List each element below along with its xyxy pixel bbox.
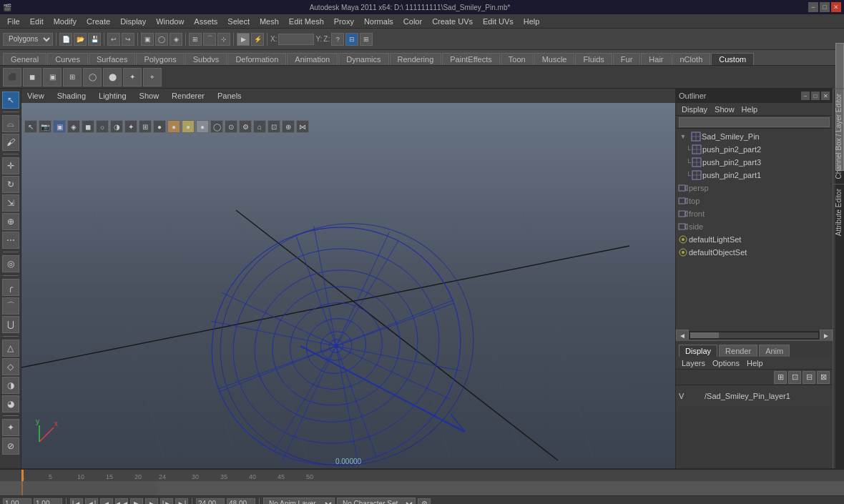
cloth-btn[interactable]: ⊘ (2, 438, 19, 455)
select-by-hierarchy-btn[interactable]: ▣ (141, 33, 154, 46)
vp-cam-btn[interactable]: 📷 (39, 120, 51, 133)
outliner-item-sad-smiley[interactable]: ▼ Sad_Smiley_Pin (676, 130, 833, 143)
attribute-editor-tab[interactable]: Attribute Editor (833, 184, 844, 240)
char-profile-select[interactable]: No Character Set (337, 498, 416, 505)
shelf-tab-polygons[interactable]: Polygons (136, 53, 184, 65)
prev-key-btn[interactable]: ◄ (100, 498, 113, 505)
vp-iso-btn[interactable]: ⊡ (268, 120, 280, 133)
outliner-item-push-pin2-part3[interactable]: └ push_pin2_part3 (676, 156, 833, 169)
shelf-icon-6[interactable]: ⬤ (103, 68, 122, 87)
menu-item-select[interactable]: Select (223, 16, 254, 27)
vp-extra1-btn[interactable]: ◯ (210, 120, 223, 133)
vp-select-btn[interactable]: ↖ (24, 120, 37, 133)
shelf-tab-rendering[interactable]: Rendering (390, 53, 442, 65)
vp-dots1-btn[interactable]: ● (167, 120, 180, 133)
shelf-tab-deformation[interactable]: Deformation (227, 53, 286, 65)
menu-item-mesh[interactable]: Mesh (255, 16, 283, 27)
timeline-content[interactable] (0, 481, 844, 495)
shelf-icon-4[interactable]: ⊞ (63, 68, 82, 87)
anim-profile-select[interactable]: No Anim Layer (263, 498, 335, 505)
vp-smooth-btn[interactable]: ◈ (67, 120, 80, 133)
menu-item-edit[interactable]: Edit (26, 16, 48, 27)
menu-item-color[interactable]: Color (399, 16, 426, 27)
shelf-icon-7[interactable]: ✦ (123, 68, 142, 87)
menu-item-create[interactable]: Create (82, 16, 114, 27)
shelf-tab-general[interactable]: General (3, 53, 46, 65)
current-frame-input[interactable] (3, 498, 31, 505)
select-by-component-btn[interactable]: ◈ (170, 33, 182, 46)
panels-menu[interactable]: Panels (215, 92, 245, 100)
vp-grid-btn[interactable]: ⊞ (139, 120, 152, 133)
vp-wireframe-btn[interactable]: ▣ (53, 120, 66, 133)
menu-item-help[interactable]: Help (519, 16, 544, 27)
particle-btn[interactable]: ✦ (2, 419, 19, 436)
shelf-tab-dynamics[interactable]: Dynamics (338, 53, 388, 65)
shelf-tab-curves[interactable]: Curves (47, 53, 88, 65)
menu-item-window[interactable]: Window (152, 16, 188, 27)
shelf-icon-1[interactable]: ⬛ (3, 68, 21, 87)
redo-btn[interactable]: ↪ (122, 33, 134, 46)
shelf-tab-toon[interactable]: Toon (501, 53, 534, 65)
go-start-btn[interactable]: |◄ (70, 498, 83, 505)
menu-item-modify[interactable]: Modify (49, 16, 81, 27)
snap-curve-btn[interactable]: ⌒ (203, 33, 216, 46)
ipr-btn[interactable]: ⚡ (251, 33, 264, 46)
shelf-tab-animation[interactable]: Animation (287, 53, 338, 65)
outliner-item-default-light-set[interactable]: defaultLightSet (676, 233, 833, 246)
play-fwd-btn[interactable]: ▶ (130, 498, 143, 505)
layer-create3-btn[interactable]: ⊟ (803, 371, 815, 384)
playback-start-input[interactable] (196, 498, 225, 505)
lighting-menu[interactable]: Lighting (96, 92, 129, 100)
outliner-close-btn[interactable]: ✕ (821, 92, 830, 100)
undo-btn[interactable]: ↩ (107, 33, 120, 46)
layer-tab-display[interactable]: Display (679, 345, 717, 357)
layer-create-btn[interactable]: ⊞ (774, 371, 787, 384)
layer-row-0[interactable]: V /Sad_Smiley_Pin_layer1 (679, 392, 790, 400)
close-button[interactable]: ✕ (831, 2, 841, 12)
vp-dots2-btn[interactable]: ● (182, 120, 195, 133)
shelf-tab-muscle[interactable]: Muscle (534, 53, 575, 65)
question-btn[interactable]: ? (331, 33, 344, 46)
scale-tool-btn[interactable]: ⇲ (2, 194, 19, 212)
outliner-h-scrollbar-thumb[interactable] (690, 332, 719, 338)
play-back-btn[interactable]: ◄◄ (115, 498, 128, 505)
universal-manip-btn[interactable]: ⊕ (2, 213, 19, 230)
shelf-tab-hair[interactable]: Hair (641, 53, 671, 65)
shelf-tab-ncloth[interactable]: nCloth (672, 53, 711, 65)
menu-item-assets[interactable]: Assets (190, 16, 222, 27)
channel-box-tab[interactable]: Channel Box / Layer Editor (833, 89, 844, 184)
paint-select-btn[interactable]: 🖌 (2, 134, 19, 151)
layer-options-menu[interactable]: Options (710, 359, 742, 367)
shelf-tab-fur[interactable]: Fur (613, 53, 641, 65)
outliner-minimize-btn[interactable]: − (801, 92, 810, 100)
vp-snap-btn[interactable]: ⊕ (282, 120, 295, 133)
outliner-help-menu[interactable]: Help (739, 105, 761, 114)
select-tool-btn[interactable]: ↖ (2, 92, 19, 109)
layer-visibility-0[interactable]: V (679, 392, 689, 400)
curve-ep-btn[interactable]: ⌒ (2, 297, 19, 315)
save-scene-btn[interactable]: 💾 (88, 33, 101, 46)
menu-item-proxy[interactable]: Proxy (330, 16, 358, 27)
vp-color-btn[interactable]: ● (153, 120, 166, 133)
outliner-h-scrollbar[interactable] (690, 332, 818, 338)
show-menu[interactable]: Show (137, 92, 162, 100)
x-coord-input[interactable] (278, 34, 314, 45)
shelf-icon-2[interactable]: ◼ (23, 68, 41, 87)
playback-end-input[interactable] (227, 498, 255, 505)
vp-light-btn[interactable]: ☼ (96, 120, 109, 133)
bc-extra-btn[interactable]: ⚙ (418, 498, 431, 505)
move-tool-btn[interactable]: ✛ (2, 157, 19, 174)
lasso-select-btn[interactable]: ⌓ (2, 115, 19, 132)
layer-name-0[interactable]: /Sad_Smiley_Pin_layer1 (705, 392, 790, 400)
layer-tab-anim[interactable]: Anim (759, 345, 790, 357)
shelf-icon-8[interactable]: ⌖ (143, 68, 162, 87)
menu-item-file[interactable]: File (3, 16, 24, 27)
outliner-item-side[interactable]: side (676, 220, 833, 233)
vp-dots3-btn[interactable]: ● (196, 120, 209, 133)
shelf-tab-fluids[interactable]: Fluids (575, 53, 612, 65)
outliner-item-push-pin2-part1[interactable]: └ push_pin2_part1 (676, 169, 833, 182)
shelf-tab-subdvs[interactable]: Subdvs (185, 53, 227, 65)
grid-btn[interactable]: ⊟ (345, 33, 358, 46)
renderer-menu[interactable]: Renderer (169, 92, 207, 100)
show-manip-btn[interactable]: ◎ (2, 255, 19, 272)
